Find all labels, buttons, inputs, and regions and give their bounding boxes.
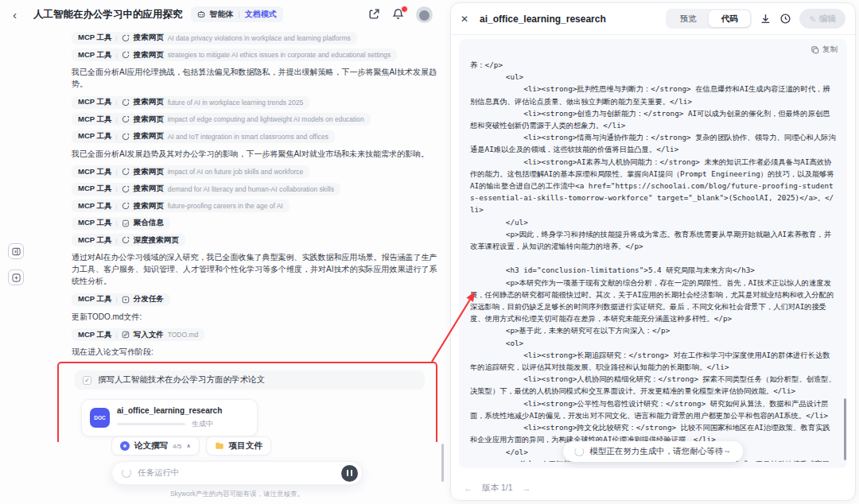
tool-action: 搜索网页 xyxy=(134,97,164,107)
share-icon[interactable] xyxy=(368,8,381,21)
chip-divider: | xyxy=(116,133,118,140)
tool-query: demand for AI literacy and human-AI coll… xyxy=(168,185,334,193)
mcp-tool-chip[interactable]: MCP 工具|聚合信息 xyxy=(72,217,170,230)
tool-query: impact of edge computing and lightweight… xyxy=(168,115,364,123)
file-card[interactable]: DOC ai_office_learning_research 生成中 xyxy=(81,399,258,436)
task-input-bar[interactable]: 任务运行中 xyxy=(111,461,363,485)
search-web-icon xyxy=(122,202,130,210)
assistant-message: 我已全面分析AI应用伦理挑战，包括算法偏见和数据隐私，并提出缓解策略，下一步将聚… xyxy=(72,66,437,90)
back-icon[interactable]: ‹ xyxy=(13,8,25,21)
collapse-panel-button[interactable] xyxy=(8,243,24,259)
left-footer: 论文撰写 4/5 ∧ 项目文件 任务运行中 Skywork产生的内容可能有误，请… xyxy=(111,436,363,499)
mode-chip[interactable]: 智能体 | 文档模式 xyxy=(191,6,283,22)
copy-button[interactable]: 复制 xyxy=(811,45,838,55)
tool-action: 搜索网页 xyxy=(134,33,164,43)
mcp-tool-chip[interactable]: MCP 工具|搜索网页future of AI in workplace lea… xyxy=(72,96,309,109)
edit-button[interactable]: ✎ 编辑 xyxy=(799,9,845,29)
mcp-tool-chip[interactable]: MCP 工具|搜索网页AI data privacy violations in… xyxy=(72,32,357,45)
chip-divider: | xyxy=(116,169,118,176)
pause-button[interactable] xyxy=(341,465,358,482)
doc-file-icon: DOC xyxy=(90,408,110,428)
project-files-label: 项目文件 xyxy=(229,440,262,452)
spinner-icon xyxy=(574,447,584,456)
search-web-icon xyxy=(122,168,130,176)
task-row[interactable]: ✓ 撰写人工智能技术在办公学习方面的学术论文 xyxy=(75,370,425,390)
task-label: 撰写人工智能技术在办公学习方面的学术论文 xyxy=(98,374,265,386)
chip-divider: | xyxy=(116,185,118,192)
project-files-button[interactable]: 项目文件 xyxy=(206,436,271,456)
copy-label: 复制 xyxy=(822,45,838,55)
viewer-title: ai_office_learning_research xyxy=(480,14,606,25)
generating-toast: 模型正在努力生成中，请您耐心等待～ xyxy=(563,441,743,462)
mcp-tool-chip[interactable]: MCP 工具|搜索网页demand for AI literacy and hu… xyxy=(72,183,340,196)
artifact-viewer: ✕ ai_office_learning_research 预览 代码 ✎ 编辑… xyxy=(450,2,856,501)
pencil-icon: ✎ xyxy=(809,14,816,24)
task-status-text: 任务运行中 xyxy=(138,467,335,479)
toast-text: 模型正在努力生成中，请您耐心等待～ xyxy=(589,446,732,457)
avatar[interactable] xyxy=(416,6,433,23)
tab-code[interactable]: 代码 xyxy=(709,10,750,27)
tool-query: future-proofing careers in the age of AI xyxy=(168,202,283,210)
tool-query: impact of AI on future job skills and wo… xyxy=(168,168,304,176)
search-web-icon xyxy=(122,115,130,123)
version-bar: ← 版本 1/1 → xyxy=(464,483,531,494)
download-icon[interactable] xyxy=(760,13,772,25)
chip-divider: | xyxy=(116,99,118,106)
disclaimer: Skywork产生的内容可能有误，请注意核查。 xyxy=(111,490,363,499)
tab-preview[interactable]: 预览 xyxy=(667,10,709,27)
mcp-tool-chip[interactable]: MCP 工具|深度搜索网页 xyxy=(72,234,185,246)
mcp-tool-chip[interactable]: MCP 工具|分发任务 xyxy=(72,293,170,306)
tool-action: 搜索网页 xyxy=(134,184,164,194)
mcp-tool-chip[interactable]: MCP 工具|搜索网页strategies to mitigate AI eth… xyxy=(72,48,397,61)
mcp-tool-chip[interactable]: MCP 工具|搜索网页AI and IoT integration in sma… xyxy=(72,130,335,143)
code-content[interactable]: 养：</p> <ul> <li><strong>批判性思维与判断力：</stro… xyxy=(470,59,836,462)
version-prev-icon[interactable]: ← xyxy=(464,483,472,493)
file-status: 生成中 xyxy=(192,419,213,429)
spinner-icon xyxy=(122,468,131,478)
mcp-tool-chip[interactable]: MCP 工具|写入文件TODO.md xyxy=(72,328,204,341)
assistant-message: 现在进入论文写作阶段: xyxy=(72,346,437,358)
search-web-icon xyxy=(122,185,130,193)
app-window: ‹ 人工智能在办公学习中的应用探究 智能体 | 文档模式 MCP 工具|搜索网页… xyxy=(0,0,859,504)
tool-action: 搜索网页 xyxy=(134,50,164,60)
chat-flow: MCP 工具|搜索网页AI data privacy violations in… xyxy=(57,29,437,358)
tool-query: AI data privacy violations in workplace … xyxy=(168,34,351,42)
tool-label: MCP 工具 xyxy=(78,167,112,177)
notification-badge xyxy=(401,6,408,13)
assistant-message: 更新TODO.md文件: xyxy=(72,311,437,323)
tool-label: MCP 工具 xyxy=(78,330,112,340)
notification-bell-icon[interactable] xyxy=(392,8,405,21)
chip-divider: | xyxy=(116,203,118,210)
tool-query: TODO.md xyxy=(168,331,199,339)
mcp-tool-chip[interactable]: MCP 工具|搜索网页impact of edge computing and … xyxy=(72,113,371,126)
code-scrollbar-thumb[interactable] xyxy=(844,398,846,460)
file-progress-bar xyxy=(117,423,185,425)
badge-divider: | xyxy=(239,10,240,18)
left-scrollbar-thumb[interactable] xyxy=(441,444,444,482)
history-icon[interactable] xyxy=(779,13,791,25)
tool-label: MCP 工具 xyxy=(78,131,112,142)
chip-divider: | xyxy=(116,219,118,227)
tool-label: MCP 工具 xyxy=(78,201,112,211)
search-web-icon xyxy=(122,236,130,244)
version-next-icon[interactable]: → xyxy=(523,483,531,493)
checkbox-checked-icon[interactable]: ✓ xyxy=(83,376,91,385)
paper-writing-progress: 4/5 xyxy=(173,443,181,450)
paper-writing-button[interactable]: 论文撰写 4/5 ∧ xyxy=(111,436,200,456)
search-web-icon xyxy=(122,99,130,107)
tool-label: MCP 工具 xyxy=(78,294,112,304)
tool-label: MCP 工具 xyxy=(78,50,112,60)
viewer-header: ✕ ai_office_learning_research 预览 代码 ✎ 编辑 xyxy=(451,3,855,35)
doc-mode-badge: 文档模式 xyxy=(245,9,277,20)
tool-action: 聚合信息 xyxy=(134,218,164,228)
left-header: ‹ 人工智能在办公学习中的应用探究 智能体 | 文档模式 xyxy=(0,0,445,29)
chevron-up-icon: ∧ xyxy=(186,443,191,449)
new-task-button[interactable] xyxy=(8,269,24,285)
tool-action: 分发任务 xyxy=(134,294,164,304)
mcp-tool-chip[interactable]: MCP 工具|搜索网页future-proofing careers in th… xyxy=(72,200,290,212)
tool-label: MCP 工具 xyxy=(78,218,112,228)
close-icon[interactable]: ✕ xyxy=(461,14,472,25)
mcp-tool-chip[interactable]: MCP 工具|搜索网页impact of AI on future job sk… xyxy=(72,165,309,178)
tool-label: MCP 工具 xyxy=(78,235,112,246)
folder-icon xyxy=(215,441,224,451)
